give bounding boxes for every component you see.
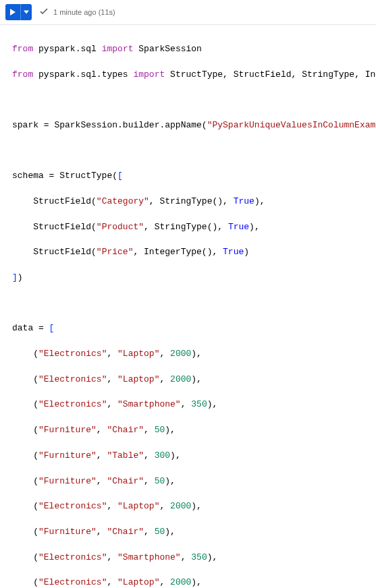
run-button[interactable] [5,4,32,20]
play-icon [5,9,20,16]
check-icon [40,7,48,18]
cell-header: 1 minute ago (11s) [0,0,376,25]
code-editor[interactable]: from pyspark.sql import SparkSession fro… [0,25,376,588]
chevron-down-icon[interactable] [20,4,32,20]
status-text: 1 minute ago (11s) [53,8,115,16]
svg-marker-0 [10,9,16,16]
svg-marker-1 [24,11,29,14]
